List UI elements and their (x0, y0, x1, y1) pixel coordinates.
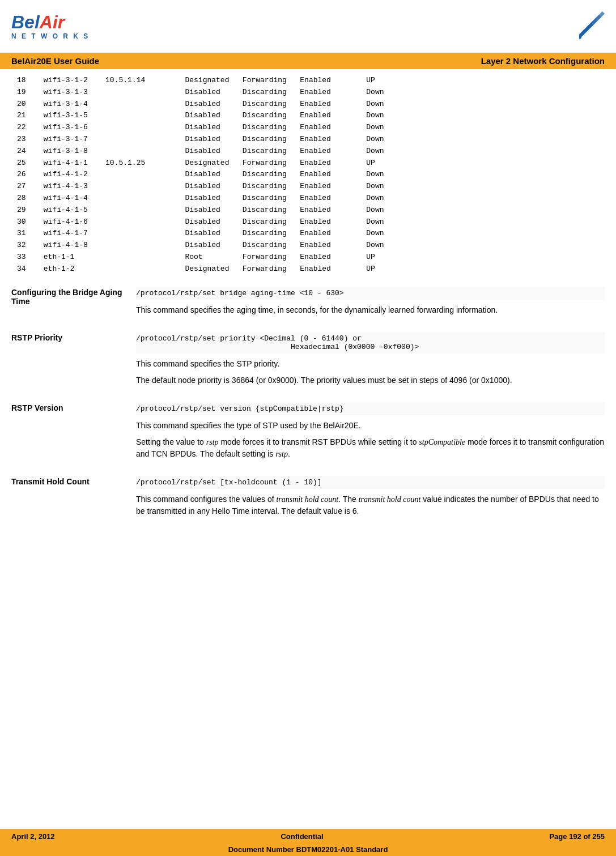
footer: April 2, 2012 Confidential Page 192 of 2… (0, 829, 616, 844)
table-row: 27 wifi-4-1-3 Disabled Discarding Enable… (17, 181, 605, 193)
sections-container: Configuring the Bridge Aging Time/protoc… (11, 287, 605, 522)
section-bridge-aging: Configuring the Bridge Aging Time/protoc… (11, 287, 605, 321)
table-row: 34 eth-1-2 Designated Forwarding Enabled… (17, 263, 605, 275)
italic-txholdcount: transmit hold count (276, 495, 338, 504)
paragraph-bridge-aging-0: This command specifies the aging time, i… (136, 304, 605, 316)
table-row: 22 wifi-3-1-6 Disabled Discarding Enable… (17, 122, 605, 134)
footer-date: April 2, 2012 (11, 832, 55, 841)
italic-txholdcount2: transmit hold count (359, 495, 421, 504)
table-row: 23 wifi-3-1-7 Disabled Discarding Enable… (17, 134, 605, 146)
table-row: 24 wifi-3-1-8 Disabled Discarding Enable… (17, 146, 605, 157)
paragraph-rstp-priority-1: The default node priority is 36864 (or 0… (136, 374, 605, 386)
section-content-bridge-aging: /protocol/rstp/set bridge aging-time <10… (136, 287, 605, 321)
main-content: 18 wifi-3-1-2 10.5.1.14 Designated Forwa… (0, 75, 616, 522)
footer-doc-number: Document Number BDTM02201-A01 Standard (0, 844, 616, 856)
footer-wrapper: April 2, 2012 Confidential Page 192 of 2… (0, 829, 616, 856)
section-label-rstp-priority: RSTP Priority (11, 332, 136, 391)
section-transmit-hold-count: Transmit Hold Count/protocol/rstp/set [t… (11, 476, 605, 522)
table-row: 19 wifi-3-1-3 Disabled Discarding Enable… (17, 87, 605, 99)
italic-stpcompat: stpCompatible (419, 438, 465, 446)
command-transmit-hold-count: /protocol/rstp/set [tx-holdcount (1 - 10… (136, 476, 605, 489)
table-row: 18 wifi-3-1-2 10.5.1.14 Designated Forwa… (17, 75, 605, 87)
logo-bel: Bel (11, 12, 40, 32)
section-rstp-version: RSTP Version/protocol/rstp/set version {… (11, 402, 605, 465)
table-row: 33 eth-1-1 Root Forwarding Enabled UP (17, 252, 605, 263)
logo-belair-text: BelAir (11, 13, 90, 31)
logo-belair: BelAir N E T W O R K S (11, 13, 90, 40)
paragraph-rstp-version-0: This command specifies the type of STP u… (136, 420, 605, 432)
page-header: BelAir N E T W O R K S (0, 0, 616, 53)
table-row: 21 wifi-3-1-5 Disabled Discarding Enable… (17, 110, 605, 122)
paragraph-transmit-hold-count-0: This command configures the values of tr… (136, 493, 605, 517)
italic-rstp: rstp (206, 438, 219, 446)
section-content-transmit-hold-count: /protocol/rstp/set [tx-holdcount (1 - 10… (136, 476, 605, 522)
section-label-bridge-aging: Configuring the Bridge Aging Time (11, 287, 136, 321)
footer-page: Page 192 of 255 (549, 832, 605, 841)
table-row: 32 wifi-4-1-8 Disabled Discarding Enable… (17, 240, 605, 252)
antenna-icon (554, 6, 605, 45)
command-rstp-priority: /protocol/rstp/set priority <Decimal (0 … (136, 332, 605, 354)
header-logo-icon (554, 6, 605, 47)
title-bar-right: Layer 2 Network Configuration (481, 56, 605, 66)
table-row: 31 wifi-4-1-7 Disabled Discarding Enable… (17, 228, 605, 240)
section-content-rstp-priority: /protocol/rstp/set priority <Decimal (0 … (136, 332, 605, 391)
section-label-transmit-hold-count: Transmit Hold Count (11, 476, 136, 522)
title-bar: BelAir20E User Guide Layer 2 Network Con… (0, 53, 616, 69)
section-content-rstp-version: /protocol/rstp/set version {stpCompatibl… (136, 402, 605, 465)
italic-rstp2: rstp (275, 450, 288, 458)
table-row: 25 wifi-4-1-1 10.5.1.25 Designated Forwa… (17, 157, 605, 169)
command-rstp-version: /protocol/rstp/set version {stpCompatibl… (136, 402, 605, 415)
title-bar-left: BelAir20E User Guide (11, 56, 99, 66)
section-rstp-priority: RSTP Priority/protocol/rstp/set priority… (11, 332, 605, 391)
table-row: 20 wifi-3-1-4 Disabled Discarding Enable… (17, 99, 605, 110)
paragraph-rstp-version-1: Setting the value to rstp mode forces it… (136, 436, 605, 460)
svg-point-1 (577, 35, 581, 39)
table-row: 28 wifi-4-1-4 Disabled Discarding Enable… (17, 193, 605, 205)
table-section: 18 wifi-3-1-2 10.5.1.14 Designated Forwa… (11, 75, 605, 275)
section-label-rstp-version: RSTP Version (11, 402, 136, 465)
command-bridge-aging: /protocol/rstp/set bridge aging-time <10… (136, 287, 605, 300)
table-row: 30 wifi-4-1-6 Disabled Discarding Enable… (17, 216, 605, 228)
table-row: 26 wifi-4-1-2 Disabled Discarding Enable… (17, 169, 605, 181)
footer-confidential: Confidential (281, 832, 323, 841)
logo-air: Air (40, 12, 65, 32)
table-row: 29 wifi-4-1-5 Disabled Discarding Enable… (17, 205, 605, 216)
paragraph-rstp-priority-0: This command specifies the STP priority. (136, 358, 605, 370)
logo-networks-text: N E T W O R K S (11, 32, 90, 40)
